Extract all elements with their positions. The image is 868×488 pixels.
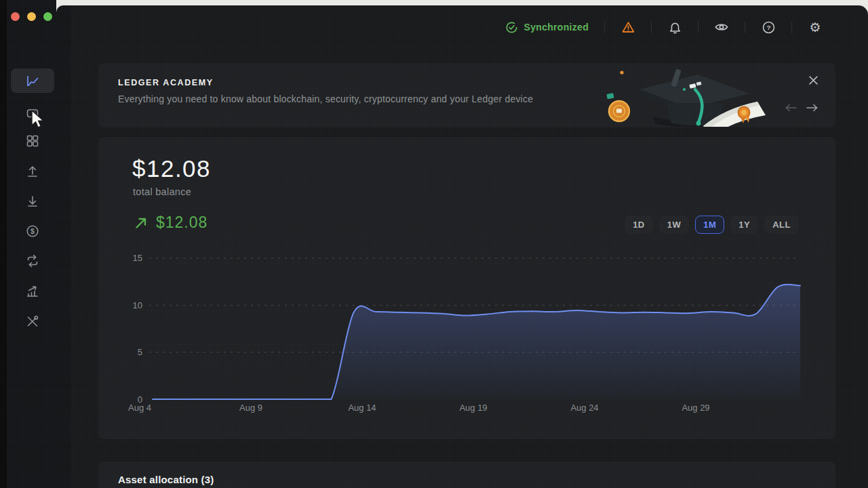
academy-illustration: [601, 64, 774, 127]
sidebar-corner: [56, 5, 71, 488]
sidebar-item-my-ledger[interactable]: [11, 309, 54, 333]
sidebar: $: [7, 0, 56, 488]
sync-status[interactable]: Synchronized: [505, 21, 589, 34]
topbar-divider: [604, 21, 605, 33]
mouse-cursor: [31, 110, 47, 129]
topbar-divider: [651, 21, 652, 33]
app-window: $: [0, 0, 868, 488]
asset-allocation-card[interactable]: Asset allocation (3): [98, 462, 835, 488]
svg-text:Aug 4: Aug 4: [128, 403, 151, 413]
svg-text:5: 5: [138, 347, 142, 357]
svg-text:Aug 29: Aug 29: [682, 403, 709, 413]
range-button-all[interactable]: ALL: [764, 216, 799, 234]
time-range-selector: 1D 1W 1M 1Y ALL: [625, 216, 799, 234]
background-window-edge: [0, 0, 7, 488]
arrow-left-icon: [784, 104, 797, 112]
check-circle-icon: [505, 21, 518, 34]
bell-icon: [668, 20, 682, 35]
trend-up-arrow-icon: [134, 216, 149, 230]
sync-status-label: Synchronized: [524, 22, 589, 33]
portfolio-card: $12.08 total balance $12.08 1D 1W 1M 1Y …: [98, 137, 835, 439]
notifications-button[interactable]: [667, 20, 682, 35]
apps-grid-icon: [25, 134, 40, 148]
range-button-1y[interactable]: 1Y: [730, 216, 758, 234]
banner-close-button[interactable]: [807, 74, 819, 86]
sidebar-item-discover[interactable]: [11, 129, 54, 153]
window-controls: [11, 12, 52, 21]
sidebar-item-buy-sell[interactable]: $: [11, 219, 54, 243]
send-arrow-up-icon: [25, 164, 40, 179]
eye-icon: [714, 20, 729, 35]
balance-delta-value: $12.08: [156, 214, 208, 232]
svg-text:Aug 19: Aug 19: [459, 403, 487, 413]
help-button[interactable]: ?: [761, 20, 776, 35]
sidebar-item-earn[interactable]: [11, 279, 54, 304]
banner-description: Everything you need to know about blockc…: [118, 93, 599, 105]
topbar-divider: [745, 21, 745, 33]
sidebar-item-portfolio[interactable]: [11, 68, 54, 93]
banner-prev-button[interactable]: [784, 102, 797, 115]
arrow-right-icon: [806, 104, 819, 112]
close-icon: [809, 76, 818, 85]
zoom-window-button[interactable]: [43, 12, 52, 21]
svg-text:?: ?: [766, 24, 770, 31]
svg-text:$: $: [31, 227, 35, 235]
settings-button[interactable]: ⚙: [808, 20, 823, 35]
sidebar-item-send[interactable]: [11, 159, 54, 184]
swap-arrows-icon: [25, 253, 40, 268]
dollar-circle-icon: $: [25, 224, 40, 239]
range-button-1m[interactable]: 1M: [695, 216, 724, 234]
sidebar-item-swap[interactable]: [11, 249, 54, 273]
svg-text:Aug 14: Aug 14: [348, 403, 376, 413]
discreet-mode-button[interactable]: [714, 20, 729, 35]
balance-delta: $12.08: [134, 214, 208, 232]
main-area: Synchronized: [71, 5, 868, 488]
svg-text:10: 10: [133, 300, 142, 310]
banner-eyebrow: LEDGER ACADEMY: [118, 78, 214, 87]
warning-icon: [621, 20, 635, 35]
topbar: Synchronized: [505, 14, 823, 41]
asset-allocation-title: Asset allocation (3): [118, 474, 214, 485]
minimize-window-button[interactable]: [27, 12, 36, 21]
balance-chart[interactable]: 051015Aug 4Aug 9Aug 14Aug 19Aug 24Aug 29: [122, 251, 807, 420]
close-window-button[interactable]: [11, 12, 20, 21]
line-chart-icon: [25, 73, 40, 88]
svg-text:Aug 9: Aug 9: [239, 403, 262, 413]
warning-button[interactable]: [620, 20, 635, 35]
sidebar-item-receive[interactable]: [11, 189, 54, 214]
svg-text:Aug 24: Aug 24: [570, 403, 598, 413]
total-balance-value: $12.08: [132, 155, 211, 182]
topbar-divider: [698, 21, 698, 33]
range-button-1d[interactable]: 1D: [625, 216, 653, 234]
help-icon: ?: [762, 20, 776, 35]
settings-icon: ⚙: [809, 21, 821, 34]
tools-icon: [25, 314, 40, 329]
receive-arrow-down-icon: [25, 194, 40, 209]
academy-banner[interactable]: LEDGER ACADEMY Everything you need to kn…: [98, 63, 835, 127]
svg-text:15: 15: [133, 253, 142, 263]
bar-growth-icon: [25, 284, 40, 299]
range-button-1w[interactable]: 1W: [659, 216, 690, 234]
topbar-divider: [791, 21, 792, 33]
total-balance-label: total balance: [133, 186, 191, 197]
banner-next-button[interactable]: [806, 102, 819, 115]
